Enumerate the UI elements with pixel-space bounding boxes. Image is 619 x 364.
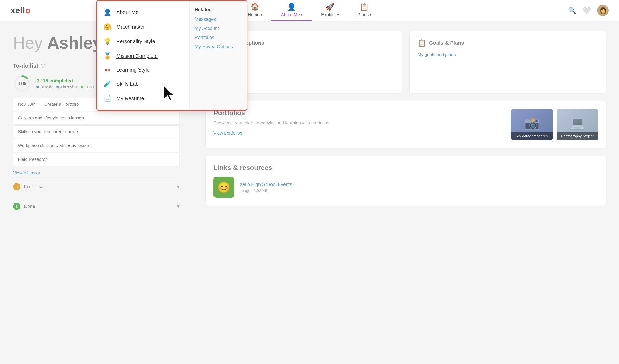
related-portfolios-link[interactable]: Portfolios (195, 35, 241, 40)
link-thumb-icon: 😊 (217, 181, 230, 194)
progress-completed: 2 / 15 completed (36, 78, 95, 84)
progress-percent: 13% (18, 81, 26, 86)
dropdown-item-my-resume[interactable]: 📄 My Resume (97, 91, 189, 106)
avatar[interactable]: 👩 (597, 5, 609, 16)
logo-accent: o (25, 6, 31, 15)
portfolio-thumb-career[interactable]: 📸 My career research (511, 109, 553, 140)
nav-label-about-me: About Me ▾ (281, 12, 302, 17)
right-panel: 🔭 Explore options Careers Schools Progra… (193, 21, 619, 364)
link-meta: Image · 2.92 KB (239, 188, 292, 193)
logo[interactable]: xello (10, 6, 31, 15)
home-icon: 🏠 (250, 3, 260, 11)
progress-dots: 10 to do 3 in review 2 done (36, 85, 95, 89)
main-nav: 🏠 Home ▾ 👤 About Me ▾ 🚀 Explore ▾ 📋 Plan… (238, 0, 381, 21)
todo-item: Careers and lifestyle costs lesson (13, 112, 180, 125)
header: xello 🏠 Home ▾ 👤 About Me ▾ 🚀 Explore ▾ … (0, 0, 619, 21)
portfolios-info: Portfolios Showcase your skills, creativ… (213, 109, 503, 136)
links-resources-card: Links & resources 😊 Xello High School Ev… (206, 156, 606, 206)
dropdown-personality-icon: 💡 (103, 38, 112, 45)
dropdown-item-personality-style[interactable]: 💡 Personality Style (97, 34, 189, 49)
progress-circle: 13% (13, 74, 31, 93)
related-my-saved-options-link[interactable]: My Saved Options (195, 44, 241, 49)
nav-label-plans: Plans ▾ (358, 12, 371, 17)
goals-title: 📋 Goals & Plans (418, 39, 598, 47)
about-me-chevron-icon: ▾ (301, 13, 302, 17)
done-section[interactable]: 2 Done ▾ (13, 198, 180, 215)
portfolios-desc: Showcase your skills, creativity, and le… (213, 120, 503, 126)
dropdown-item-matchmaker[interactable]: 🤗 Matchmaker (97, 20, 189, 34)
portfolio-thumb-label: My career research (511, 132, 553, 140)
done-label: 2 Done (13, 203, 35, 210)
portfolio-thumb-label: Photography project (557, 132, 598, 140)
todo-item: Skills in your top career choice (13, 125, 180, 138)
todo-item: Field Research (13, 153, 180, 166)
todo-date: Nov 30th (18, 102, 36, 107)
dropdown-item-skills-lab[interactable]: 🧪 Skills Lab (97, 76, 189, 91)
in-review-chevron-icon: ▾ (177, 183, 180, 190)
dropdown-item-learning-style[interactable]: ●● Learning Style (97, 63, 189, 76)
link-name[interactable]: Xello High School Events (239, 182, 292, 187)
header-actions: 🔍 🤍 👩 (568, 5, 609, 16)
links-title: Links & resources (213, 164, 598, 172)
done-chevron-icon: ▾ (177, 203, 180, 210)
link-info: Xello High School Events Image · 2.92 KB (239, 182, 292, 193)
view-all-tasks-link[interactable]: View all tasks (13, 170, 180, 176)
link-item: 😊 Xello High School Events Image · 2.92 … (213, 177, 598, 198)
in-review-badge: 3 (13, 183, 20, 190)
related-title: Related (195, 7, 241, 12)
todo-item: Workplace skills and attitudes lesson (13, 139, 180, 152)
nav-label-home: Home ▾ (248, 12, 262, 17)
plans-chevron-icon: ▾ (370, 13, 371, 17)
about-me-dropdown: 👤 About Me 🤗 Matchmaker 💡 Personality St… (96, 0, 247, 111)
dropdown-mission-icon: 🏅 (103, 52, 112, 60)
progress-stats: 2 / 15 completed 10 to do 3 in review 2 … (36, 78, 95, 89)
dropdown-right: Related Messages My Account Portfolios M… (189, 1, 247, 110)
view-portfolios-link[interactable]: View portfolios (213, 131, 242, 136)
dropdown-learning-icon: ●● (103, 67, 112, 73)
in-review-section[interactable]: 3 In review ▾ (13, 178, 180, 195)
explore-icon: 🚀 (325, 3, 334, 11)
my-goals-link[interactable]: My goals and plans (418, 52, 598, 58)
portfolios-card: Portfolios Showcase your skills, creativ… (206, 101, 606, 148)
explore-goals-row: 🔭 Explore options Careers Schools Progra… (206, 31, 606, 93)
dropdown-matchmaker-icon: 🤗 (103, 23, 112, 30)
nav-item-explore[interactable]: 🚀 Explore ▾ (312, 0, 348, 21)
about-me-icon: 👤 (287, 3, 296, 11)
goals-card: 📋 Goals & Plans My goals and plans (410, 31, 606, 93)
dropdown-resume-icon: 📄 (103, 95, 112, 102)
portfolios-title: Portfolios (213, 109, 503, 117)
related-my-account-link[interactable]: My Account (195, 26, 241, 31)
related-messages-link[interactable]: Messages (195, 17, 241, 22)
home-chevron-icon: ▾ (261, 13, 262, 17)
main-content: Hey Ashley! To-do list ⓘ 13% 2 / 15 comp… (0, 21, 619, 364)
nav-item-about-me[interactable]: 👤 About Me ▾ (271, 0, 312, 21)
dropdown-item-about-me[interactable]: 👤 About Me (97, 5, 189, 20)
dropdown-skills-icon: 🧪 (103, 80, 112, 87)
portfolio-thumb-photography[interactable]: 💻 Photography project (557, 109, 598, 140)
nav-item-plans[interactable]: 📋 Plans ▾ (348, 0, 381, 21)
todo-title: To-do list (13, 62, 38, 69)
dropdown-about-me-icon: 👤 (103, 9, 112, 16)
explore-chevron-icon: ▾ (337, 13, 339, 17)
heart-icon[interactable]: 🤍 (583, 7, 591, 15)
done-badge: 2 (13, 203, 20, 210)
todo-text: Create a Portfolio (44, 102, 79, 107)
in-review-label: 3 In review (13, 183, 43, 190)
dropdown-left: 👤 About Me 🤗 Matchmaker 💡 Personality St… (97, 1, 189, 110)
portfolio-thumbs: 📸 My career research 💻 Photography proje… (511, 109, 598, 140)
link-thumb: 😊 (213, 177, 234, 198)
search-icon[interactable]: 🔍 (568, 7, 576, 15)
goals-clipboard-icon: 📋 (418, 39, 426, 47)
plans-icon: 📋 (360, 3, 369, 11)
dropdown-item-mission-complete[interactable]: 🏅 Mission Complete (97, 49, 189, 63)
todo-info-icon: ⓘ (41, 63, 45, 69)
nav-label-explore: Explore ▾ (321, 12, 339, 17)
